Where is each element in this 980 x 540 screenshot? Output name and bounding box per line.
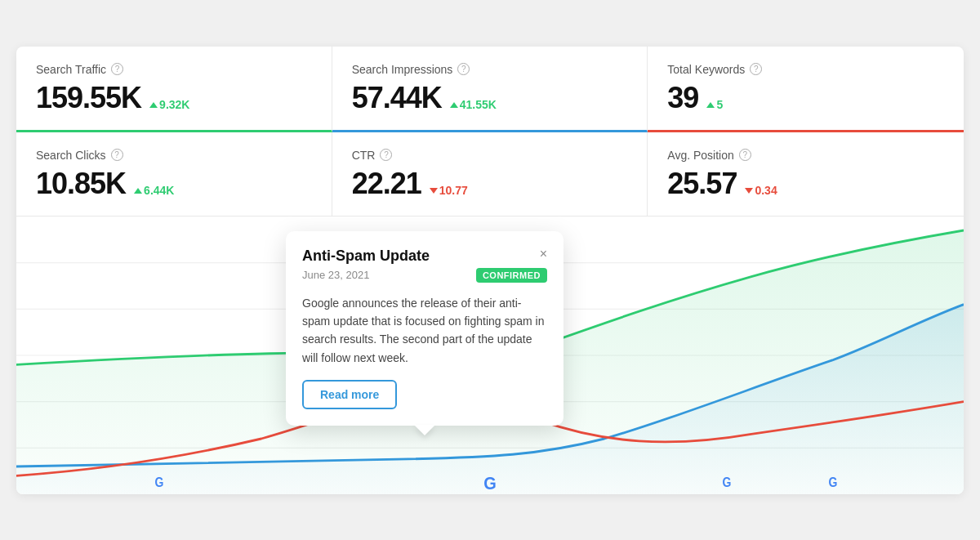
metric-value-row: 159.55K 9.32K: [36, 81, 312, 115]
popup-date-row: June 23, 2021 CONFIRMED: [302, 268, 547, 283]
popup-date: June 23, 2021: [302, 269, 369, 281]
metric-delta: 0.34: [745, 184, 777, 197]
label-text: CTR: [352, 149, 376, 162]
popup-title: Anti-Spam Update: [302, 248, 430, 265]
delta-value: 5: [716, 98, 723, 111]
metric-delta: 9.32K: [149, 98, 189, 111]
popup-header: Anti-Spam Update ×: [302, 248, 547, 265]
label-text: Total Keywords: [667, 63, 745, 76]
metric-delta: 6.44K: [134, 184, 174, 197]
metric-label: Search Clicks ?: [36, 149, 312, 162]
metric-label: Total Keywords ?: [667, 63, 944, 76]
metric-avg-position: Avg. Position ? 25.57 0.34: [648, 132, 964, 216]
google-g-icon-1[interactable]: G: [155, 475, 164, 489]
arrow-up-icon: [149, 102, 158, 108]
anti-spam-popup: Anti-Spam Update × June 23, 2021 CONFIRM…: [286, 231, 564, 426]
popup-close-button[interactable]: ×: [540, 248, 547, 261]
label-text: Avg. Position: [667, 149, 733, 162]
metric-label: Avg. Position ?: [667, 149, 944, 162]
delta-value: 9.32K: [159, 98, 189, 111]
delta-value: 6.44K: [144, 184, 174, 197]
metric-value: 25.57: [667, 167, 737, 201]
metric-value-row: 25.57 0.34: [667, 167, 944, 201]
metric-value-row: 10.85K 6.44K: [36, 167, 312, 201]
metric-value: 10.85K: [36, 167, 126, 201]
help-icon[interactable]: ?: [111, 63, 123, 75]
metric-value: 39: [667, 81, 698, 115]
arrow-down-icon: [745, 188, 753, 194]
delta-value: 10.77: [439, 184, 468, 197]
metric-value: 22.21: [352, 167, 421, 201]
arrow-up-icon: [706, 102, 715, 108]
metric-ctr: CTR ? 22.21 10.77: [332, 132, 648, 216]
metric-delta: 41.55K: [450, 98, 497, 111]
read-more-button[interactable]: Read more: [302, 380, 397, 409]
metric-search-impressions: Search Impressions ? 57.44K 41.55K: [332, 47, 648, 132]
metric-delta: 5: [706, 98, 723, 111]
metric-total-keywords: Total Keywords ? 39 5: [648, 47, 964, 132]
arrow-up-icon: [134, 188, 142, 194]
popup-confirmed-badge: CONFIRMED: [476, 268, 547, 283]
google-g-icon-3[interactable]: G: [723, 475, 732, 489]
help-icon[interactable]: ?: [380, 149, 392, 161]
help-icon[interactable]: ?: [739, 149, 751, 161]
delta-value: 41.55K: [460, 98, 497, 111]
google-g-icon-4[interactable]: G: [829, 475, 838, 489]
metric-value: 159.55K: [36, 81, 141, 115]
arrow-up-icon: [450, 102, 458, 108]
arrow-down-icon: [430, 188, 438, 194]
metrics-top-row: Search Traffic ? 159.55K 9.32K Search Im…: [16, 47, 964, 132]
help-icon[interactable]: ?: [457, 63, 470, 75]
metric-value-row: 57.44K 41.55K: [352, 81, 628, 115]
dashboard: Search Traffic ? 159.55K 9.32K Search Im…: [16, 47, 964, 494]
help-icon[interactable]: ?: [750, 63, 762, 75]
google-g-icon-2[interactable]: G: [483, 473, 497, 493]
chart-area: G G G G 10 Jun, 2021 22 Jun, 2021 05 Jul…: [16, 216, 964, 494]
label-text: Search Impressions: [352, 63, 453, 76]
delta-value: 0.34: [755, 184, 777, 197]
metric-search-traffic: Search Traffic ? 159.55K 9.32K: [16, 47, 332, 132]
popup-body: Google announces the release of their an…: [302, 294, 547, 368]
metrics-bottom-row: Search Clicks ? 10.85K 6.44K CTR ? 22.21: [16, 132, 964, 216]
help-icon[interactable]: ?: [111, 149, 123, 161]
metric-value: 57.44K: [352, 81, 442, 115]
metric-label: Search Traffic ?: [36, 63, 312, 76]
metric-search-clicks: Search Clicks ? 10.85K 6.44K: [16, 132, 332, 216]
label-text: Search Clicks: [36, 149, 106, 162]
metric-label: Search Impressions ?: [352, 63, 628, 76]
metric-label: CTR ?: [352, 149, 628, 162]
label-text: Search Traffic: [36, 63, 106, 76]
metric-value-row: 39 5: [667, 81, 944, 115]
metric-delta: 10.77: [430, 184, 468, 197]
metric-value-row: 22.21 10.77: [352, 167, 628, 201]
